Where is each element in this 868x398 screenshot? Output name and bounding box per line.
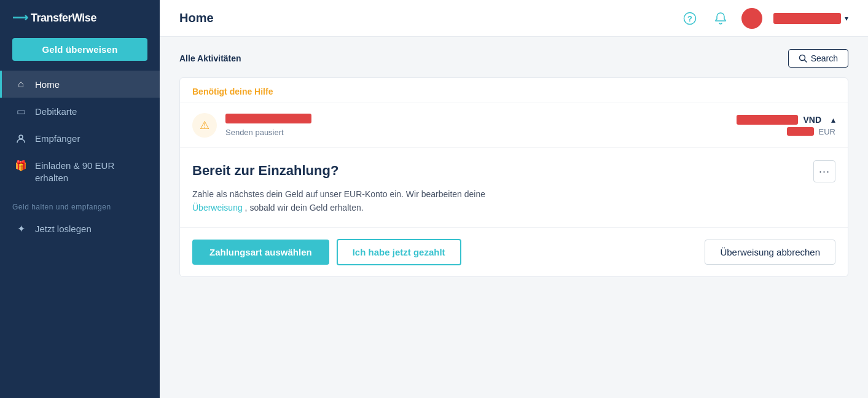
warning-icon: ⚠ — [200, 119, 209, 132]
user-menu[interactable]: ▾ — [773, 13, 848, 24]
logo: ⟶ TransferWise — [0, 0, 160, 33]
topbar: Home ? ▾ — [160, 0, 868, 37]
search-label: Search — [811, 53, 838, 63]
jetzt-icon: ✦ — [14, 223, 28, 235]
sidebar-cta: Geld überweisen — [12, 38, 147, 61]
einzahlung-section: Bereit zur Einzahlung? Zahle als nächste… — [180, 148, 848, 228]
avatar[interactable] — [741, 8, 762, 29]
ueberweisung-abbrechen-button[interactable]: Überweisung abbrechen — [705, 240, 835, 265]
amount-eur-redacted — [787, 127, 814, 136]
topbar-actions: ? ▾ — [680, 8, 848, 29]
sidebar-item-jetzt-label: Jetzt loslegen — [35, 224, 92, 234]
home-icon: ⌂ — [14, 79, 28, 90]
sidebar-item-einladen-label: Einladen & 90 EUR erhalten — [35, 160, 147, 184]
transfer-row: ⚠ Senden pausiert VND ▴ EUR — [180, 103, 848, 148]
activities-header: Alle Aktivitäten Search — [179, 49, 848, 68]
debitkarte-icon: ▭ — [14, 106, 28, 117]
notifications-icon[interactable] — [711, 9, 730, 28]
einzahlung-desc: Zahle als nächstes dein Geld auf unser E… — [192, 187, 610, 215]
einzahlung-title: Bereit zur Einzahlung? — [192, 163, 835, 179]
logo-icon: ⟶ — [12, 11, 28, 25]
svg-text:?: ? — [687, 14, 692, 23]
geld-ueberweisen-button[interactable]: Geld überweisen — [12, 38, 147, 61]
main-content: Home ? ▾ Alle Aktiv — [160, 0, 868, 398]
amount-vnd-row: VND ▴ — [737, 115, 835, 125]
sidebar: ⟶ TransferWise Geld überweisen ⌂ Home ▭ … — [0, 0, 160, 398]
zahlungsart-button[interactable]: Zahlungsart auswählen — [192, 240, 329, 265]
amount-eur-row: EUR — [737, 127, 835, 136]
chevron-up-icon[interactable]: ▴ — [831, 115, 835, 125]
content-area: Alle Aktivitäten Search Benötigt deine H… — [160, 37, 868, 398]
transfer-amount: VND ▴ EUR — [737, 115, 835, 136]
einladen-icon: 🎁 — [14, 160, 28, 171]
search-icon — [799, 54, 807, 63]
einzahlung-desc-part1: Zahle als nächstes dein Geld auf unser E… — [192, 189, 485, 199]
activity-card: Benötigt deine Hilfe ⚠ Senden pausiert V… — [179, 77, 848, 277]
sidebar-item-empfanger-label: Empfänger — [35, 133, 80, 144]
activities-title: Alle Aktivitäten — [179, 53, 241, 63]
sidebar-item-debitkarte[interactable]: ▭ Debitkarte — [0, 98, 160, 125]
sidebar-item-home-label: Home — [35, 79, 60, 90]
currency-vnd-label: VND — [803, 115, 821, 125]
logo-text: TransferWise — [31, 12, 96, 25]
three-dots-button[interactable]: ··· — [813, 160, 835, 182]
currency-eur-label: EUR — [819, 127, 835, 136]
needs-help-label: Benötigt deine Hilfe — [180, 78, 848, 103]
transfer-name-redacted — [225, 114, 311, 123]
warning-icon-wrap: ⚠ — [192, 113, 217, 138]
einzahlung-desc-part2: , sobald wir dein Geld erhalten. — [245, 203, 364, 213]
sidebar-item-empfanger[interactable]: Empfänger — [0, 125, 160, 152]
transfer-info: Senden pausiert — [225, 114, 737, 138]
amount-vnd-redacted — [737, 115, 798, 125]
sidebar-item-jetzt[interactable]: ✦ Jetzt loslegen — [0, 215, 160, 243]
user-name-redacted — [773, 13, 841, 24]
action-row: Zahlungsart auswählen Ich habe jetzt gez… — [180, 228, 848, 276]
ich-habe-gezahlt-button[interactable]: Ich habe jetzt gezahlt — [337, 239, 461, 265]
sidebar-item-einladen[interactable]: 🎁 Einladen & 90 EUR erhalten — [0, 152, 160, 192]
search-button[interactable]: Search — [788, 49, 848, 68]
help-icon[interactable]: ? — [680, 9, 700, 28]
sidebar-item-home[interactable]: ⌂ Home — [0, 71, 160, 98]
einzahlung-desc-link[interactable]: Überweisung — [192, 203, 243, 213]
svg-point-0 — [19, 135, 23, 139]
empfanger-icon — [14, 134, 28, 144]
chevron-down-icon: ▾ — [845, 14, 848, 23]
sidebar-section-label: Geld halten und empfangen — [0, 192, 160, 215]
sidebar-item-debitkarte-label: Debitkarte — [35, 106, 77, 117]
transfer-status: Senden pausiert — [225, 128, 284, 137]
page-title: Home — [179, 11, 214, 25]
